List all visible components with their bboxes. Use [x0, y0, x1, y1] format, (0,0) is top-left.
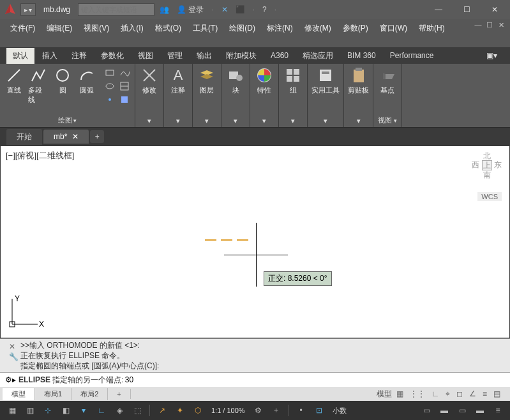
config-icon[interactable]: 🔧 [9, 352, 18, 361]
menu-dim[interactable]: 标注(N) [262, 22, 298, 35]
ribbon-options-icon[interactable]: ▣▾ [480, 49, 504, 63]
tool-modify[interactable]: 修改 [139, 66, 160, 95]
menu-file[interactable]: 文件(F) [5, 22, 40, 35]
lt-model-btn[interactable]: 模型 [377, 389, 392, 400]
tool-arc[interactable]: 圆弧 [77, 66, 97, 95]
command-line[interactable]: ⚙▸ ELLIPSE 指定轴的另一个端点: [0, 372, 510, 387]
rtab-default[interactable]: 默认 [6, 48, 34, 64]
sb-plus-icon[interactable]: + [269, 403, 283, 417]
sb-r1-icon[interactable]: ▭ [419, 403, 433, 417]
menu-format[interactable]: 格式(O) [150, 22, 186, 35]
tool-text[interactable]: A注释 [168, 66, 188, 95]
help-icon[interactable]: ? [260, 5, 269, 14]
draw-rect-icon[interactable] [103, 66, 116, 79]
tool-block[interactable]: 块 [225, 66, 246, 95]
close-history-icon[interactable]: ✕ [9, 341, 18, 350]
ltab-add[interactable]: + [108, 389, 130, 399]
sb-osnap2-icon[interactable]: ✦ [173, 403, 187, 417]
tool-group[interactable]: 组 [283, 66, 303, 95]
snap-icon[interactable]: ∟ [430, 389, 441, 398]
tool-clipboard[interactable]: 剪贴板 [348, 66, 369, 95]
tool-line[interactable]: 直线 [4, 66, 24, 95]
rtab-param[interactable]: 参数化 [94, 48, 130, 64]
sb-3d-icon[interactable]: ⬚ [130, 403, 144, 417]
wcs-label[interactable]: WCS [477, 192, 502, 201]
drawing-canvas[interactable]: [−][俯视][二维线框] 北 西 上 东 南 WCS 正交: 8.5260 <… [0, 146, 510, 338]
sb-ortho-icon[interactable]: ∟ [94, 403, 109, 417]
sb-r3-icon[interactable]: ▭ [455, 403, 469, 417]
sb-r4-icon[interactable]: ▬ [473, 403, 487, 417]
rtab-bim360[interactable]: BIM 360 [341, 49, 382, 63]
tab-file[interactable]: mb*✕ [43, 130, 89, 144]
panel-title-draw[interactable]: 绘图 [4, 115, 131, 126]
viewport-controls[interactable]: [−][俯视][二维线框] [6, 150, 74, 161]
tab-add-button[interactable]: + [90, 130, 104, 143]
menu-param[interactable]: 参数(P) [338, 22, 373, 35]
rtab-featured[interactable]: 精选应用 [296, 48, 340, 64]
doc-minimize[interactable]: — [473, 20, 483, 29]
panel-title-view[interactable]: 视图 [377, 115, 398, 126]
sb-scale[interactable]: 1:1 / 100% [209, 407, 248, 414]
sb-units[interactable]: 小数 [330, 406, 349, 416]
sb-quick-icon[interactable]: ⊡ [312, 403, 326, 417]
polar-icon[interactable]: ⌖ [444, 389, 452, 398]
tool-properties[interactable]: 特性 [254, 66, 274, 95]
command-input[interactable] [124, 374, 505, 386]
rtab-output[interactable]: 输出 [190, 48, 218, 64]
menu-insert[interactable]: 插入(I) [116, 22, 148, 35]
tool-util[interactable]: 实用工具 [311, 66, 340, 95]
sb-dynamic-icon[interactable]: ▾ [77, 403, 91, 417]
doc-restore[interactable]: ☐ [484, 20, 495, 29]
rtab-a360[interactable]: A360 [264, 49, 295, 63]
sb-modelspace-icon[interactable]: ▦ [5, 403, 19, 417]
menu-edit[interactable]: 编辑(E) [41, 22, 77, 35]
ltab-layout2[interactable]: 布局2 [71, 388, 108, 400]
otrack-icon[interactable]: ∠ [467, 389, 478, 398]
ltab-layout1[interactable]: 布局1 [35, 388, 71, 400]
close-button[interactable]: ✕ [482, 1, 507, 19]
rtab-view[interactable]: 视图 [131, 48, 160, 64]
viewcube[interactable]: 北 西 上 东 南 [472, 151, 502, 179]
tool-polyline[interactable]: 多段线 [28, 66, 49, 105]
lwt-icon[interactable]: ≡ [481, 389, 489, 398]
doc-close[interactable]: ✕ [496, 20, 506, 29]
tool-base[interactable]: 基点 [377, 66, 398, 95]
sb-menu-icon[interactable]: ≡ [491, 403, 505, 417]
grid-icon[interactable]: ▦ [394, 389, 405, 398]
draw-spline-icon[interactable] [118, 66, 131, 79]
menu-view[interactable]: 视图(V) [79, 22, 114, 35]
app-icon[interactable]: ⬛ [233, 5, 248, 14]
sb-dot-icon[interactable]: • [294, 403, 308, 417]
sb-osnap1-icon[interactable]: ↗ [155, 403, 169, 417]
maximize-button[interactable]: ☐ [454, 1, 479, 19]
rtab-perf[interactable]: Performance [384, 49, 440, 63]
draw-region-icon[interactable] [118, 93, 131, 106]
minimize-button[interactable]: — [426, 1, 451, 19]
sb-infer-icon[interactable]: ◧ [59, 403, 73, 417]
tool-layer[interactable]: 图层 [197, 66, 217, 95]
draw-hatch-icon[interactable] [118, 80, 131, 93]
rtab-insert[interactable]: 插入 [36, 48, 64, 64]
sb-osnap3-icon[interactable]: ⬡ [191, 403, 205, 417]
rtab-annot[interactable]: 注释 [65, 48, 93, 64]
menu-modify[interactable]: 修改(M) [299, 22, 336, 35]
rtab-addon[interactable]: 附加模块 [220, 48, 263, 64]
draw-ellipse-icon[interactable] [103, 80, 116, 93]
login-link[interactable]: 👤 登录 [174, 4, 206, 15]
tpy-icon[interactable]: ▤ [491, 389, 502, 398]
rtab-manage[interactable]: 管理 [161, 48, 189, 64]
sb-grid-icon[interactable]: ▥ [23, 403, 37, 417]
draw-point-icon[interactable] [103, 93, 116, 106]
ltab-model[interactable]: 模型 [3, 388, 35, 400]
menu-help[interactable]: 帮助(H) [414, 22, 450, 35]
tab-start[interactable]: 开始 [6, 129, 42, 145]
sb-gear-icon[interactable]: ⚙ [251, 403, 266, 417]
sb-r2-icon[interactable]: ▬ [437, 403, 451, 417]
sb-snap-icon[interactable]: ⊹ [41, 403, 55, 417]
exchange-icon[interactable]: ✕ [219, 5, 230, 14]
search-input[interactable] [78, 3, 154, 16]
menu-draw[interactable]: 绘图(D) [224, 22, 260, 35]
sb-iso-icon[interactable]: ◈ [112, 403, 126, 417]
tab-close-icon[interactable]: ✕ [72, 132, 79, 141]
tool-circle[interactable]: 圆 [52, 66, 73, 95]
